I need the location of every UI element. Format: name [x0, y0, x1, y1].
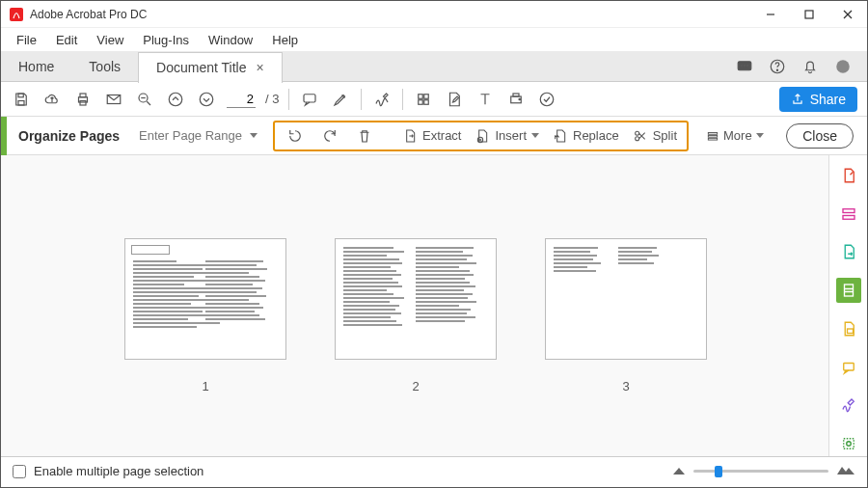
- tab-document-label: Document Title: [156, 60, 246, 75]
- window-close-button[interactable]: [828, 1, 867, 28]
- menu-view[interactable]: View: [89, 31, 131, 49]
- page-number-label: 2: [412, 379, 419, 393]
- svg-point-6: [741, 65, 743, 67]
- rail-fill-sign-icon[interactable]: [836, 393, 861, 419]
- edit-pdf-icon[interactable]: [444, 89, 465, 110]
- svg-rect-12: [18, 94, 23, 97]
- tab-home[interactable]: Home: [1, 51, 71, 82]
- svg-rect-13: [18, 100, 24, 105]
- rail-export-icon[interactable]: [836, 240, 861, 265]
- window-minimize-button[interactable]: [751, 1, 790, 28]
- print-icon[interactable]: [72, 89, 94, 110]
- svg-rect-43: [843, 439, 854, 449]
- chevron-down-icon: [756, 133, 764, 138]
- tab-close-icon[interactable]: ×: [256, 60, 263, 75]
- page-thumbnails-area: 1 2 3: [1, 155, 828, 456]
- page-thumbnail[interactable]: [335, 238, 497, 360]
- svg-point-21: [169, 93, 182, 106]
- delete-icon[interactable]: [354, 125, 375, 147]
- page-thumbnail[interactable]: [124, 238, 286, 360]
- avatar-icon[interactable]: [832, 56, 854, 77]
- svg-rect-16: [80, 100, 86, 105]
- svg-point-34: [635, 136, 638, 140]
- svg-rect-27: [424, 99, 429, 104]
- share-button-label: Share: [810, 92, 846, 107]
- rail-more-tools-icon[interactable]: [836, 431, 861, 456]
- chevron-down-icon: [250, 133, 258, 138]
- page-up-icon[interactable]: [165, 89, 186, 110]
- rail-note-icon[interactable]: [836, 355, 861, 380]
- text-icon[interactable]: [475, 89, 496, 110]
- svg-rect-37: [708, 138, 717, 140]
- svg-rect-0: [10, 8, 23, 21]
- chevron-down-icon: [531, 133, 539, 138]
- svg-point-11: [836, 60, 850, 73]
- rail-organize-icon[interactable]: [836, 278, 861, 303]
- svg-rect-42: [843, 363, 854, 370]
- replace-button[interactable]: Replace: [553, 128, 619, 144]
- svg-point-10: [776, 69, 777, 70]
- close-button[interactable]: Close: [786, 123, 854, 149]
- highlight-icon[interactable]: [330, 89, 351, 110]
- zoom-slider[interactable]: [693, 470, 828, 473]
- svg-point-22: [200, 93, 213, 106]
- page-total-label: / 3: [265, 92, 279, 106]
- menu-help[interactable]: Help: [264, 31, 306, 49]
- menu-window[interactable]: Window: [201, 31, 260, 49]
- mail-icon[interactable]: [103, 89, 124, 110]
- svg-point-31: [541, 93, 555, 106]
- organize-pages-accent: [1, 117, 7, 155]
- rotate-ccw-icon[interactable]: [285, 125, 306, 147]
- svg-rect-23: [304, 94, 315, 101]
- cloud-upload-icon[interactable]: [41, 89, 63, 110]
- menu-edit[interactable]: Edit: [48, 31, 85, 49]
- menu-plugins[interactable]: Plug-Ins: [135, 31, 197, 49]
- svg-rect-2: [805, 11, 813, 18]
- multiple-selection-label: Enable multiple page selection: [34, 464, 203, 478]
- crop-icon[interactable]: [413, 89, 434, 110]
- bell-icon[interactable]: [800, 56, 821, 77]
- page-thumbnail[interactable]: [545, 238, 707, 360]
- svg-point-30: [519, 98, 521, 100]
- rail-comment-icon[interactable]: [836, 316, 861, 341]
- more-button[interactable]: More: [706, 128, 764, 143]
- zoom-large-icon[interactable]: [836, 464, 855, 478]
- help-icon[interactable]: [767, 56, 788, 77]
- svg-rect-25: [424, 94, 429, 98]
- rotate-cw-icon[interactable]: [319, 125, 340, 147]
- page-number-label: 3: [622, 379, 629, 393]
- svg-rect-38: [843, 208, 854, 212]
- tab-tools[interactable]: Tools: [71, 51, 138, 82]
- window-maximize-button[interactable]: [790, 1, 828, 28]
- page-range-dropdown[interactable]: Enter Page Range: [133, 124, 263, 147]
- right-tool-rail: [828, 155, 867, 456]
- save-icon[interactable]: [11, 89, 32, 110]
- svg-rect-40: [844, 285, 853, 296]
- menubar: File Edit View Plug-Ins Window Help: [1, 28, 867, 51]
- rail-combine-icon[interactable]: [836, 202, 861, 227]
- svg-line-19: [147, 101, 150, 105]
- svg-point-33: [635, 131, 638, 135]
- extract-button[interactable]: Extract: [402, 128, 461, 144]
- page-down-icon[interactable]: [196, 89, 217, 110]
- page-number-input[interactable]: [227, 91, 256, 108]
- split-button[interactable]: Split: [633, 128, 677, 144]
- rail-create-pdf-icon[interactable]: [836, 163, 861, 188]
- sign-icon[interactable]: [371, 89, 393, 110]
- acrobat-app-icon: [9, 7, 24, 22]
- svg-rect-35: [708, 132, 717, 134]
- insert-button[interactable]: Insert: [475, 128, 539, 144]
- comment-icon[interactable]: [299, 89, 320, 110]
- menu-file[interactable]: File: [9, 31, 44, 49]
- svg-rect-39: [843, 215, 854, 219]
- zoom-out-icon[interactable]: [134, 89, 155, 110]
- share-button[interactable]: Share: [779, 87, 857, 112]
- app-title: Adobe Acrobat Pro DC: [30, 8, 751, 21]
- tab-document[interactable]: Document Title ×: [138, 52, 283, 83]
- print-production-icon[interactable]: [505, 89, 527, 110]
- page-range-placeholder: Enter Page Range: [139, 128, 242, 143]
- zoom-small-icon[interactable]: [672, 464, 686, 478]
- check-circle-icon[interactable]: [536, 89, 557, 110]
- chat-icon[interactable]: [734, 56, 755, 77]
- multiple-selection-checkbox[interactable]: [13, 465, 26, 478]
